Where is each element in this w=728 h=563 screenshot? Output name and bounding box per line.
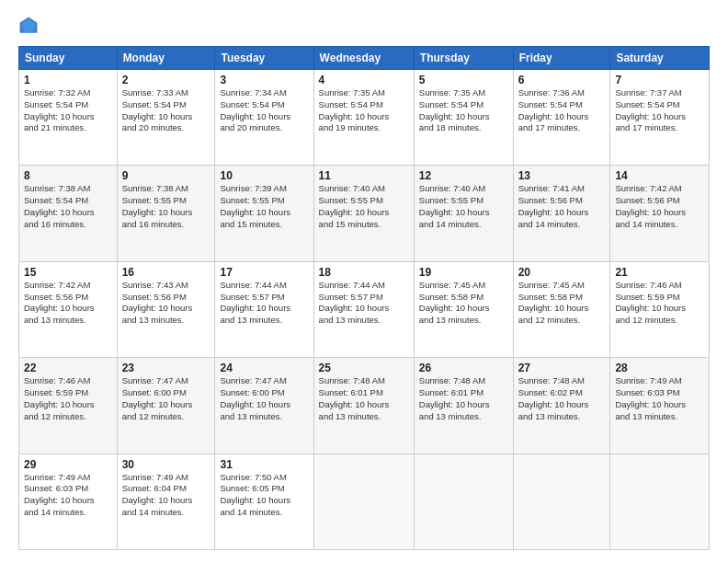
col-header-monday: Monday <box>117 47 215 70</box>
day-number: 11 <box>319 169 409 182</box>
calendar-cell: 14Sunrise: 7:42 AM Sunset: 5:56 PM Dayli… <box>610 166 710 261</box>
day-info: Sunrise: 7:38 AM Sunset: 5:55 PM Dayligh… <box>122 183 210 230</box>
day-number: 4 <box>319 74 409 86</box>
day-number: 23 <box>122 362 210 374</box>
day-number: 25 <box>319 362 409 374</box>
header <box>18 17 710 37</box>
calendar-cell: 27Sunrise: 7:48 AM Sunset: 6:02 PM Dayli… <box>513 358 610 454</box>
day-number: 1 <box>24 74 112 86</box>
calendar-cell: 31Sunrise: 7:50 AM Sunset: 6:05 PM Dayli… <box>215 454 313 549</box>
day-info: Sunrise: 7:45 AM Sunset: 5:58 PM Dayligh… <box>419 280 508 327</box>
day-number: 3 <box>220 74 308 86</box>
day-info: Sunrise: 7:47 AM Sunset: 6:00 PM Dayligh… <box>220 375 308 422</box>
day-number: 17 <box>220 266 308 279</box>
day-number: 10 <box>220 169 308 182</box>
day-info: Sunrise: 7:40 AM Sunset: 5:55 PM Dayligh… <box>319 183 409 230</box>
day-info: Sunrise: 7:49 AM Sunset: 6:03 PM Dayligh… <box>24 472 112 519</box>
calendar-cell: 3Sunrise: 7:34 AM Sunset: 5:54 PM Daylig… <box>215 70 313 166</box>
day-number: 5 <box>419 74 508 86</box>
calendar-cell: 25Sunrise: 7:48 AM Sunset: 6:01 PM Dayli… <box>313 358 414 454</box>
day-info: Sunrise: 7:49 AM Sunset: 6:03 PM Dayligh… <box>615 375 704 422</box>
calendar-cell: 12Sunrise: 7:40 AM Sunset: 5:55 PM Dayli… <box>414 166 513 261</box>
day-number: 31 <box>220 458 308 471</box>
calendar-cell: 2Sunrise: 7:33 AM Sunset: 5:54 PM Daylig… <box>117 70 215 166</box>
calendar-cell: 4Sunrise: 7:35 AM Sunset: 5:54 PM Daylig… <box>313 70 414 166</box>
calendar-cell: 21Sunrise: 7:46 AM Sunset: 5:59 PM Dayli… <box>610 261 710 357</box>
page: SundayMondayTuesdayWednesdayThursdayFrid… <box>0 0 728 563</box>
day-number: 22 <box>24 362 112 374</box>
calendar-week-2: 8Sunrise: 7:38 AM Sunset: 5:54 PM Daylig… <box>19 166 710 261</box>
day-number: 16 <box>122 266 210 279</box>
day-info: Sunrise: 7:34 AM Sunset: 5:54 PM Dayligh… <box>220 87 308 134</box>
day-info: Sunrise: 7:36 AM Sunset: 5:54 PM Dayligh… <box>518 87 606 134</box>
logo-text <box>18 17 42 37</box>
day-info: Sunrise: 7:39 AM Sunset: 5:55 PM Dayligh… <box>220 183 308 230</box>
col-header-wednesday: Wednesday <box>313 47 414 70</box>
calendar-week-5: 29Sunrise: 7:49 AM Sunset: 6:03 PM Dayli… <box>19 454 710 549</box>
calendar-cell: 22Sunrise: 7:46 AM Sunset: 5:59 PM Dayli… <box>19 358 118 454</box>
day-info: Sunrise: 7:44 AM Sunset: 5:57 PM Dayligh… <box>220 280 308 327</box>
calendar-cell: 20Sunrise: 7:45 AM Sunset: 5:58 PM Dayli… <box>513 261 610 357</box>
calendar-week-1: 1Sunrise: 7:32 AM Sunset: 5:54 PM Daylig… <box>19 70 710 166</box>
col-header-saturday: Saturday <box>610 47 710 70</box>
day-number: 28 <box>615 362 704 374</box>
day-number: 6 <box>518 74 606 86</box>
calendar-cell: 13Sunrise: 7:41 AM Sunset: 5:56 PM Dayli… <box>513 166 610 261</box>
calendar-cell: 19Sunrise: 7:45 AM Sunset: 5:58 PM Dayli… <box>414 261 513 357</box>
day-info: Sunrise: 7:42 AM Sunset: 5:56 PM Dayligh… <box>24 280 112 327</box>
day-number: 19 <box>419 266 508 279</box>
day-info: Sunrise: 7:35 AM Sunset: 5:54 PM Dayligh… <box>319 87 409 134</box>
day-info: Sunrise: 7:48 AM Sunset: 6:02 PM Dayligh… <box>518 375 606 422</box>
day-number: 7 <box>615 74 704 86</box>
day-info: Sunrise: 7:41 AM Sunset: 5:56 PM Dayligh… <box>518 183 606 230</box>
day-number: 2 <box>122 74 210 86</box>
day-info: Sunrise: 7:35 AM Sunset: 5:54 PM Dayligh… <box>419 87 508 134</box>
calendar-cell: 8Sunrise: 7:38 AM Sunset: 5:54 PM Daylig… <box>19 166 118 261</box>
day-info: Sunrise: 7:45 AM Sunset: 5:58 PM Dayligh… <box>518 280 606 327</box>
calendar-cell: 5Sunrise: 7:35 AM Sunset: 5:54 PM Daylig… <box>414 70 513 166</box>
day-number: 27 <box>518 362 606 374</box>
day-info: Sunrise: 7:43 AM Sunset: 5:56 PM Dayligh… <box>122 280 210 327</box>
calendar-cell <box>610 454 710 549</box>
calendar-cell: 30Sunrise: 7:49 AM Sunset: 6:04 PM Dayli… <box>117 454 215 549</box>
day-number: 30 <box>122 458 210 471</box>
calendar-cell: 23Sunrise: 7:47 AM Sunset: 6:00 PM Dayli… <box>117 358 215 454</box>
day-number: 18 <box>319 266 409 279</box>
day-info: Sunrise: 7:38 AM Sunset: 5:54 PM Dayligh… <box>24 183 112 230</box>
calendar-cell: 9Sunrise: 7:38 AM Sunset: 5:55 PM Daylig… <box>117 166 215 261</box>
day-info: Sunrise: 7:48 AM Sunset: 6:01 PM Dayligh… <box>319 375 409 422</box>
day-info: Sunrise: 7:50 AM Sunset: 6:05 PM Dayligh… <box>220 472 308 519</box>
day-info: Sunrise: 7:46 AM Sunset: 5:59 PM Dayligh… <box>615 280 704 327</box>
day-info: Sunrise: 7:33 AM Sunset: 5:54 PM Dayligh… <box>122 87 210 134</box>
calendar-cell: 17Sunrise: 7:44 AM Sunset: 5:57 PM Dayli… <box>215 261 313 357</box>
day-number: 24 <box>220 362 308 374</box>
calendar-cell: 16Sunrise: 7:43 AM Sunset: 5:56 PM Dayli… <box>117 261 215 357</box>
calendar-cell: 10Sunrise: 7:39 AM Sunset: 5:55 PM Dayli… <box>215 166 313 261</box>
calendar-header-row: SundayMondayTuesdayWednesdayThursdayFrid… <box>19 47 710 70</box>
calendar-week-4: 22Sunrise: 7:46 AM Sunset: 5:59 PM Dayli… <box>19 358 710 454</box>
calendar-cell: 6Sunrise: 7:36 AM Sunset: 5:54 PM Daylig… <box>513 70 610 166</box>
calendar-week-3: 15Sunrise: 7:42 AM Sunset: 5:56 PM Dayli… <box>19 261 710 357</box>
day-info: Sunrise: 7:44 AM Sunset: 5:57 PM Dayligh… <box>319 280 409 327</box>
day-info: Sunrise: 7:37 AM Sunset: 5:54 PM Dayligh… <box>615 87 704 134</box>
day-info: Sunrise: 7:47 AM Sunset: 6:00 PM Dayligh… <box>122 375 210 422</box>
calendar-cell: 24Sunrise: 7:47 AM Sunset: 6:00 PM Dayli… <box>215 358 313 454</box>
calendar-cell <box>313 454 414 549</box>
calendar-cell: 28Sunrise: 7:49 AM Sunset: 6:03 PM Dayli… <box>610 358 710 454</box>
day-info: Sunrise: 7:46 AM Sunset: 5:59 PM Dayligh… <box>24 375 112 422</box>
day-number: 9 <box>122 169 210 182</box>
calendar-cell: 11Sunrise: 7:40 AM Sunset: 5:55 PM Dayli… <box>313 166 414 261</box>
col-header-friday: Friday <box>513 47 610 70</box>
day-number: 20 <box>518 266 606 279</box>
calendar-cell <box>414 454 513 549</box>
col-header-thursday: Thursday <box>414 47 513 70</box>
calendar-cell <box>513 454 610 549</box>
calendar-cell: 26Sunrise: 7:48 AM Sunset: 6:01 PM Dayli… <box>414 358 513 454</box>
calendar-cell: 1Sunrise: 7:32 AM Sunset: 5:54 PM Daylig… <box>19 70 118 166</box>
calendar-cell: 18Sunrise: 7:44 AM Sunset: 5:57 PM Dayli… <box>313 261 414 357</box>
day-info: Sunrise: 7:32 AM Sunset: 5:54 PM Dayligh… <box>24 87 112 134</box>
col-header-tuesday: Tuesday <box>215 47 313 70</box>
calendar-table: SundayMondayTuesdayWednesdayThursdayFrid… <box>18 46 710 550</box>
day-number: 21 <box>615 266 704 279</box>
logo-icon <box>18 16 39 36</box>
